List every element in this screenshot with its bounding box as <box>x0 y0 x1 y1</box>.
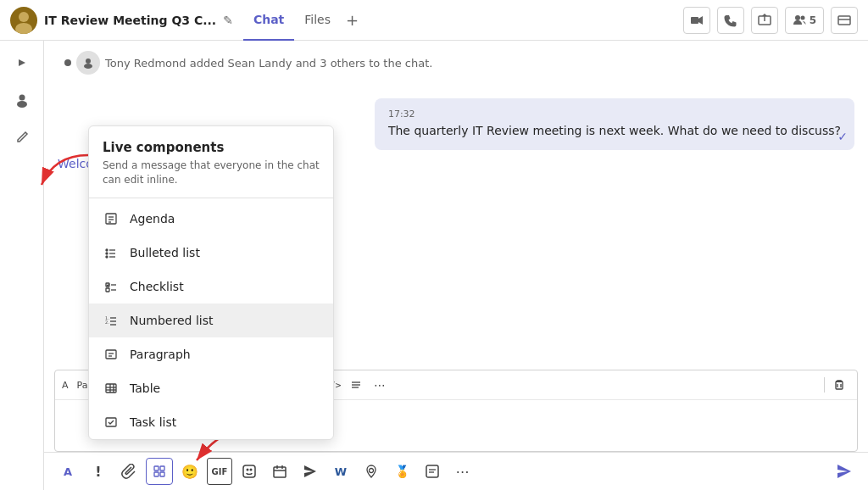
popup-header: Live components Send a message that ever… <box>89 126 333 194</box>
tab-files[interactable]: Files <box>294 0 341 41</box>
attach-file-button[interactable] <box>115 458 142 485</box>
forms-button[interactable] <box>419 458 446 485</box>
tab-chat[interactable]: Chat <box>243 0 294 41</box>
participants-button[interactable]: 5 <box>785 7 824 34</box>
chat-area: Tony Redmond added Sean Landy and 3 othe… <box>44 41 868 490</box>
svg-rect-7 <box>838 16 850 25</box>
svg-point-10 <box>19 95 25 101</box>
send-like-button[interactable] <box>297 458 324 485</box>
discard-button[interactable] <box>828 374 850 396</box>
top-right-actions: 5 <box>683 7 858 34</box>
svg-point-21 <box>106 256 108 258</box>
system-icon <box>76 51 100 75</box>
svg-point-79 <box>370 469 374 473</box>
popup-item-tasklist[interactable]: Task list <box>89 405 333 439</box>
popup-item-paragraph[interactable]: Paragraph <box>89 337 333 371</box>
system-message: Tony Redmond added Sean Landy and 3 othe… <box>44 41 868 85</box>
pencil-icon[interactable] <box>7 122 37 153</box>
schedule-meeting-button[interactable] <box>266 458 293 485</box>
word-button[interactable]: W <box>327 458 354 485</box>
font-size-icon[interactable]: A <box>62 380 69 391</box>
praise-button[interactable]: 🏅 <box>388 458 415 485</box>
svg-rect-42 <box>106 418 116 426</box>
svg-point-0 <box>19 12 29 22</box>
more-options-button[interactable]: ⋯ <box>449 458 476 485</box>
svg-rect-71 <box>160 472 164 476</box>
popup-item-checklist[interactable]: Checklist <box>89 270 333 303</box>
sticker-button[interactable] <box>236 458 263 485</box>
svg-text:2.: 2. <box>105 320 109 325</box>
popup-item-agenda[interactable]: Agenda <box>89 202 333 236</box>
popup-item-numbered[interactable]: 1.2. Numbered list <box>89 303 333 337</box>
format-text-button[interactable]: A <box>54 458 81 485</box>
popup-title: Live components <box>103 140 320 155</box>
paragraph-icon <box>103 346 120 363</box>
svg-rect-70 <box>154 472 159 476</box>
svg-rect-80 <box>426 465 438 477</box>
group-icon[interactable] <box>7 85 37 115</box>
left-sidebar <box>0 41 44 490</box>
svg-rect-75 <box>274 467 286 477</box>
main-content: Tony Redmond added Sean Landy and 3 othe… <box>0 41 868 490</box>
message-bubble: 17:32 The quarterly IT Review meeting is… <box>375 98 854 150</box>
add-tab-button[interactable]: + <box>341 11 364 29</box>
numbered-list-icon: 1.2. <box>103 312 120 329</box>
svg-point-19 <box>106 249 108 251</box>
svg-point-6 <box>800 15 804 19</box>
svg-point-5 <box>795 15 800 20</box>
svg-rect-65 <box>836 381 843 389</box>
window-title: IT Review Meeting Q3 C... <box>44 14 216 27</box>
svg-marker-3 <box>698 16 703 25</box>
svg-rect-72 <box>243 465 255 477</box>
task-list-icon <box>103 414 120 431</box>
popup-item-table[interactable]: Table <box>89 371 333 405</box>
live-components-popup: Live components Send a message that ever… <box>88 125 334 440</box>
top-bar: IT Review Meeting Q3 C... ✎ Chat Files +… <box>0 0 868 41</box>
svg-rect-69 <box>160 466 164 471</box>
message-check-icon: ✓ <box>837 130 848 143</box>
avatar <box>10 7 37 34</box>
agenda-icon <box>103 210 120 227</box>
svg-point-11 <box>17 101 27 108</box>
align-button[interactable] <box>345 374 367 396</box>
audio-call-button[interactable] <box>717 7 744 34</box>
svg-point-74 <box>250 469 253 471</box>
svg-point-20 <box>106 253 108 254</box>
svg-rect-26 <box>106 288 109 292</box>
popup-divider <box>89 198 333 198</box>
svg-point-1 <box>15 23 32 34</box>
popup-item-bulleted[interactable]: Bulleted list <box>89 236 333 270</box>
svg-point-12 <box>86 58 91 64</box>
svg-marker-9 <box>19 59 25 66</box>
video-call-button[interactable] <box>683 7 710 34</box>
live-component-button[interactable] <box>146 458 173 485</box>
checklist-icon <box>103 278 120 295</box>
emoji-button[interactable]: 🙂 <box>176 458 203 485</box>
location-button[interactable] <box>358 458 385 485</box>
toolbar-sep-4 <box>824 377 825 393</box>
popup-subtitle: Send a message that everyone in the chat… <box>103 159 320 187</box>
svg-rect-2 <box>691 17 698 24</box>
system-message-text: Tony Redmond added Sean Landy and 3 othe… <box>105 57 432 70</box>
svg-rect-37 <box>106 384 116 393</box>
send-button[interactable] <box>831 458 858 485</box>
message-time: 17:32 <box>388 109 841 120</box>
priority-button[interactable]: ! <box>85 458 112 485</box>
table-icon <box>103 380 120 397</box>
popout-button[interactable] <box>831 7 858 34</box>
gif-button[interactable]: GIF <box>207 458 232 485</box>
message-text: The quarterly IT Review meeting is next … <box>388 123 841 140</box>
svg-point-73 <box>247 469 249 471</box>
avatar-group <box>10 7 37 34</box>
edit-icon[interactable]: ✎ <box>223 14 233 27</box>
top-nav: Chat Files + <box>243 0 364 41</box>
bottom-toolbar: A ! 🙂 GIF W 🏅 <box>44 452 868 490</box>
share-screen-button[interactable] <box>751 7 778 34</box>
expand-icon[interactable] <box>7 47 37 78</box>
svg-rect-34 <box>106 350 116 359</box>
svg-point-13 <box>84 64 92 69</box>
more-format-button[interactable]: ⋯ <box>369 374 391 396</box>
bulleted-list-icon <box>103 244 120 261</box>
svg-rect-68 <box>154 466 159 471</box>
